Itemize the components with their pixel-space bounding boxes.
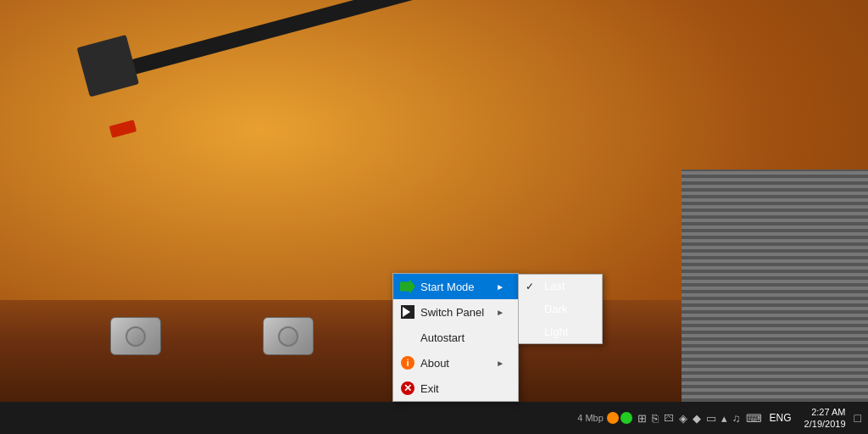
needle-tip	[109, 120, 137, 137]
submenu-arrow-about-icon: ►	[496, 359, 504, 368]
menu-item-exit[interactable]: ✕ Exit	[393, 376, 518, 401]
grid-icon[interactable]: ⊞	[637, 412, 647, 425]
menu-item-autostart-label: Autostart	[420, 331, 504, 344]
language-label: ENG	[770, 412, 792, 424]
menu-item-switch-panel[interactable]: Switch Panel ►	[393, 299, 518, 325]
battery-icon[interactable]: ▭	[706, 412, 716, 425]
clasp-right	[263, 317, 314, 355]
bluetooth-icon[interactable]: ⮹	[664, 412, 674, 424]
menu-item-about[interactable]: i About ►	[393, 350, 518, 376]
tray-green-dot[interactable]	[620, 412, 632, 424]
check-icon: ✓	[526, 281, 539, 292]
submenu-arrow-switch-icon: ►	[496, 308, 504, 317]
notification-icon[interactable]: □	[854, 411, 861, 425]
clasp-left	[110, 317, 161, 355]
autostart-icon-placeholder	[400, 330, 415, 345]
submenu-item-light-label: Light	[544, 326, 568, 338]
menu-item-about-label: About	[420, 357, 484, 370]
info-icon: i	[400, 355, 415, 370]
volume-icon[interactable]: ♫	[732, 412, 741, 425]
droplet-icon[interactable]: ◆	[693, 412, 701, 425]
submenu-arrow-icon: ►	[496, 282, 504, 292]
menu-item-start-mode[interactable]: Start Mode ► ✓ Last ✓ Dark ✓ Light	[393, 274, 518, 299]
taskbar: 4 Mbp ⊞ ⎘ ⮹ ◈ ◆ ▭ ▴ ♫ ⌨ ENG 2:27 AM 2/19…	[0, 402, 868, 434]
shield-icon[interactable]: ◈	[679, 412, 687, 425]
context-menu-wrapper: Start Mode ► ✓ Last ✓ Dark ✓ Light	[392, 273, 519, 402]
menu-item-exit-label: Exit	[420, 382, 504, 395]
keyboard-icon[interactable]: ⎘	[652, 412, 659, 425]
tray-orange-dot[interactable]	[607, 412, 619, 424]
submenu-start-mode: ✓ Last ✓ Dark ✓ Light	[518, 274, 603, 344]
submenu-item-last[interactable]: ✓ Last	[519, 275, 602, 298]
keyboard-layout-icon[interactable]: ⌨	[746, 412, 762, 425]
speaker-grille	[682, 170, 868, 407]
context-menu: Start Mode ► ✓ Last ✓ Dark ✓ Light	[392, 273, 519, 402]
tray-app-icons: 4 Mbp	[577, 412, 632, 424]
menu-item-autostart[interactable]: Autostart	[393, 325, 518, 350]
submenu-item-dark[interactable]: ✓ Dark	[519, 298, 602, 320]
date-display: 2/19/2019	[804, 418, 846, 430]
submenu-item-light[interactable]: ✓ Light	[519, 320, 602, 343]
menu-item-switch-panel-label: Switch Panel	[420, 306, 484, 319]
green-arrow-icon	[400, 279, 415, 294]
menu-item-start-mode-label: Start Mode	[420, 281, 484, 293]
exit-icon: ✕	[400, 381, 415, 396]
time-date-block: 2:27 AM 2/19/2019	[804, 406, 846, 431]
submenu-item-dark-label: Dark	[544, 303, 567, 315]
time-display: 2:27 AM	[804, 406, 846, 418]
taskbar-right: 4 Mbp ⊞ ⎘ ⮹ ◈ ◆ ▭ ▴ ♫ ⌨ ENG 2:27 AM 2/19…	[577, 406, 861, 431]
network-speed: 4 Mbp	[577, 413, 604, 423]
switch-panel-icon	[400, 304, 415, 320]
submenu-item-last-label: Last	[544, 280, 565, 292]
turntable-arm	[100, 0, 514, 83]
wifi-icon[interactable]: ▴	[721, 412, 727, 425]
